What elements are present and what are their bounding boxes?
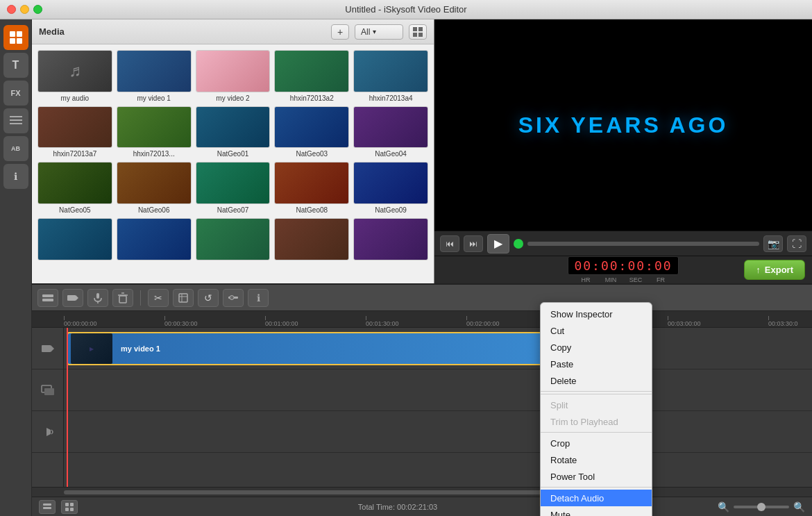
sidebar-item-titles[interactable]: AB — [3, 136, 28, 161]
snapshot-button[interactable]: 📷 — [763, 235, 783, 252]
sidebar-item-transitions[interactable] — [3, 108, 28, 133]
top-section: Media + All ▾ — [32, 19, 812, 283]
add-track-icon — [42, 292, 54, 304]
minimize-button[interactable] — [20, 5, 29, 14]
media-item-label: NatGeo09 — [375, 206, 407, 214]
content-area: Media + All ▾ — [32, 19, 812, 516]
media-item-ng2[interactable]: NatGeo03 — [274, 106, 349, 158]
maximize-button[interactable] — [33, 5, 42, 14]
go-to-start-button[interactable]: ⏮ — [440, 235, 459, 252]
export-button[interactable]: ↑ Export — [744, 260, 805, 280]
svg-rect-34 — [70, 508, 74, 511]
video-clip[interactable]: ▶ my video 1 — [67, 332, 566, 365]
ctx-item-detach-audio[interactable]: Detach Audio — [541, 490, 652, 506]
ctx-item-rotate[interactable]: Rotate — [541, 451, 652, 468]
zoom-out-icon[interactable]: 🔍 — [718, 501, 729, 513]
fullscreen-button[interactable]: ⛶ — [787, 235, 806, 252]
preview-progress-bar[interactable] — [527, 242, 759, 246]
media-item-ng12[interactable] — [274, 218, 349, 263]
ctx-item-mute[interactable]: Mute — [541, 506, 652, 516]
svg-rect-31 — [65, 503, 69, 506]
media-item-ng13[interactable] — [353, 218, 428, 263]
time-label-min: MIN — [602, 276, 619, 283]
ctx-item-copy[interactable]: Copy — [541, 339, 652, 356]
add-media-button[interactable]: + — [331, 24, 349, 40]
media-item-ng11[interactable] — [196, 218, 271, 263]
sidebar-item-media[interactable] — [3, 25, 28, 50]
storyboard-view-btn[interactable] — [61, 500, 78, 514]
delete-button[interactable] — [112, 289, 133, 307]
sidebar-item-effects[interactable]: FX — [3, 81, 28, 106]
media-item-ng3[interactable]: NatGeo04 — [353, 106, 428, 158]
crop-tool-button[interactable] — [173, 289, 194, 307]
video-track-icon — [67, 292, 79, 304]
ruler-tick-1: 00:00:30:00 — [164, 320, 198, 327]
svg-rect-15 — [96, 293, 99, 299]
audio-track-button[interactable] — [87, 289, 108, 307]
svg-rect-29 — [43, 503, 51, 506]
media-item-label: hhxin72013a4 — [369, 94, 413, 102]
preview-video: SIX YEARS AGO — [434, 19, 812, 231]
sidebar-item-info[interactable]: ℹ — [3, 164, 28, 189]
media-grid: ♬ my audio my video 1 my video 2 — [32, 44, 434, 283]
media-item-hh2[interactable]: hhxin72013a4 — [353, 50, 428, 102]
time-display-block: 00:00:00:00 HR MIN SEC FR — [568, 256, 678, 283]
timeline-toolbar: ✂ ↺ — [32, 285, 812, 311]
svg-point-24 — [230, 295, 234, 299]
undo-button[interactable]: ↺ — [198, 289, 219, 307]
overlay-track-row — [64, 369, 812, 411]
traffic-lights — [7, 5, 42, 14]
close-button[interactable] — [7, 5, 16, 14]
step-back-button[interactable]: ⏭ — [464, 235, 483, 252]
ctx-item-paste[interactable]: Paste — [541, 356, 652, 372]
storyboard-icon — [65, 502, 74, 512]
timeline-ruler: 00:00:00:0000:00:30:0000:01:00:0000:01:3… — [32, 311, 812, 328]
zoom-slider-container: 🔍 🔍 — [718, 501, 805, 513]
sidebar-item-text[interactable]: T — [3, 53, 28, 78]
timeline-view-btn[interactable] — [39, 500, 56, 514]
video-track-row: ▶ my video 1 — [64, 328, 812, 369]
ctx-item-cut[interactable]: Cut — [541, 322, 652, 339]
media-item-hh3[interactable]: hhxin72013a7 — [37, 106, 112, 158]
chevron-down-icon: ▾ — [373, 28, 376, 35]
media-item-label: NatGeo08 — [296, 206, 328, 214]
media-item-ng6[interactable]: NatGeo07 — [196, 162, 271, 214]
play-button[interactable]: ▶ — [487, 234, 509, 253]
track-label-audio — [32, 411, 63, 453]
audio-mix-button[interactable] — [223, 289, 244, 307]
ctx-item-show-inspector[interactable]: Show Inspector — [541, 306, 652, 322]
media-item-audio1[interactable]: ♬ my audio — [37, 50, 112, 102]
svg-rect-7 — [413, 27, 417, 31]
clip-thumb-label: ▶ — [90, 346, 94, 352]
filter-dropdown[interactable]: All ▾ — [355, 24, 403, 40]
video-track-button[interactable] — [62, 289, 83, 307]
svg-rect-5 — [10, 119, 22, 121]
media-item-hh4[interactable]: hhxin72013... — [117, 106, 192, 158]
svg-rect-0 — [10, 31, 15, 37]
properties-button[interactable]: ℹ — [248, 289, 269, 307]
media-item-video1[interactable]: my video 1 — [117, 50, 192, 102]
timeline-tracks: ▶ my video 1 — [64, 328, 812, 487]
media-item-ng1[interactable]: NatGeo01 — [196, 106, 271, 158]
media-item-ng8[interactable]: NatGeo09 — [353, 162, 428, 214]
ctx-item-delete[interactable]: Delete — [541, 372, 652, 389]
zoom-in-icon[interactable]: 🔍 — [793, 501, 805, 513]
media-item-video2[interactable]: my video 2 — [196, 50, 271, 102]
media-item-ng4[interactable]: NatGeo05 — [37, 162, 112, 214]
media-item-hh1[interactable]: hhxin72013a2 — [274, 50, 349, 102]
ctx-item-power-tool[interactable]: Power Tool — [541, 468, 652, 485]
media-item-ng9[interactable] — [37, 218, 112, 263]
add-track-button[interactable] — [37, 289, 58, 307]
media-item-ng5[interactable]: NatGeo06 — [117, 162, 192, 214]
media-item-label: NatGeo06 — [138, 206, 170, 214]
timeline-scrollbar-area — [32, 487, 812, 497]
media-item-label: hhxin72013a7 — [53, 150, 96, 158]
zoom-slider[interactable] — [734, 506, 789, 508]
media-item-ng10[interactable] — [117, 218, 192, 263]
media-icon — [8, 30, 24, 45]
ctx-item-crop[interactable]: Crop — [541, 435, 652, 451]
media-item-ng7[interactable]: NatGeo08 — [274, 162, 349, 214]
cut-tool-button[interactable]: ✂ — [148, 289, 169, 307]
ctx-separator-4 — [541, 487, 652, 488]
grid-view-button[interactable] — [409, 24, 427, 40]
